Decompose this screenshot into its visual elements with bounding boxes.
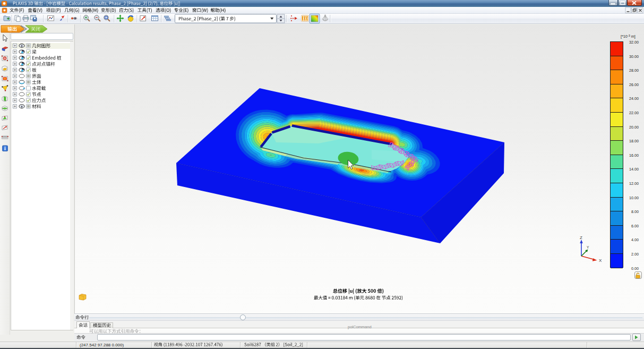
svg-text:(247.542 97.288 0.000): (247.542 97.288 0.000) — [80, 343, 124, 347]
svg-text:polCommand: polCommand — [348, 325, 372, 329]
